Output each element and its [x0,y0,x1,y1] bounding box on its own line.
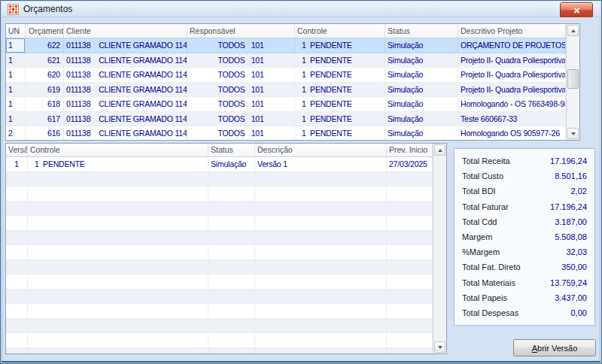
cell-un: 1 [6,68,26,83]
cell-cliente: 011138 CLIENTE GRAMADO 11432 [64,97,187,112]
versoes-scrollbar[interactable] [433,144,446,353]
totais-panel: Total Receita17.196,24 Total Custo8.501,… [454,148,595,326]
versao-empty-row[interactable] [6,216,433,231]
cell-cliente: 011138 CLIENTE GRAMADO 11432 [64,112,187,127]
scrollbar-thumb[interactable] [567,69,579,89]
total-row: Total Papeis3.437,00 [462,293,587,302]
col-header-controle[interactable]: Controle [295,24,385,38]
col-header-responsavel[interactable]: Responsável [187,24,295,38]
col-header-controle[interactable]: Controle [28,144,208,157]
versao-row[interactable]: 1 1 PENDENTE Simulação Versão 1 27/03/20… [6,157,433,172]
total-row: Total Receita17.196,24 [462,156,587,165]
cell-responsavel: TODOS 101 [187,68,295,83]
orcamento-row[interactable]: 1 619 011138 CLIENTE GRAMADO 11432 TODOS… [6,83,566,98]
col-header-status[interactable]: Status [385,24,458,38]
app-icon [8,4,19,15]
cell-status: Simulação [208,157,255,172]
total-value: 17.196,24 [550,156,587,165]
cell-descritivo: Teste 660667-33 [458,112,566,127]
orcamento-row[interactable]: 2 616 011138 CLIENTE GRAMADO 11432 TODOS… [6,126,566,140]
versao-empty-row[interactable] [6,290,433,305]
col-header-versao[interactable]: Versão [6,144,28,157]
cell-versao: 1 [6,157,28,172]
orcamentos-grid: UN Orçamento Cliente Responsável Control… [5,23,580,141]
col-header-cliente[interactable]: Cliente [64,24,187,38]
chevron-down-icon [571,132,576,135]
orcamentos-window: Orçamentos UN Orçamento Cliente Responsá… [0,0,602,364]
versao-empty-row[interactable] [6,172,433,187]
cell-status: Simulação [385,126,458,140]
total-label: Total Despesas [462,308,518,317]
cell-orcamento: 616 [26,126,64,140]
orcamento-row[interactable]: 1 621 011138 CLIENTE GRAMADO 11432 TODOS… [6,53,566,68]
cell-controle: 1 PENDENTE [295,68,385,83]
cell-cliente: 011138 CLIENTE GRAMADO 11432 [64,126,187,140]
cell-controle: 1 PENDENTE [295,53,385,68]
total-row: Margem5.508,08 [462,232,587,241]
col-header-un[interactable]: UN [6,24,26,38]
cell-cliente: 011138 CLIENTE GRAMADO 11432 [64,53,187,68]
cell-descritivo: Homologando - OS 7663498-98 [458,97,566,112]
versao-empty-row[interactable] [6,231,433,246]
cell-orcamento: 617 [26,112,64,127]
scroll-down-button[interactable] [434,341,445,353]
orcamento-row[interactable]: 1 618 011138 CLIENTE GRAMADO 11432 TODOS… [6,97,566,112]
versoes-header-row: Versão Controle Status Descrição Prev. I… [6,144,433,157]
abrir-versao-button[interactable]: Abrir Versão [513,339,596,356]
col-header-orcamento[interactable]: Orçamento [26,24,64,38]
versao-empty-row[interactable] [6,260,433,275]
cell-descritivo: ORÇAMENTO DE PROJETOS- ROTEIRO [458,38,566,53]
versao-empty-row[interactable] [6,202,433,217]
versao-empty-row[interactable] [6,348,433,354]
orcamento-row[interactable]: 1 622 011138 CLIENTE GRAMADO 11432 TODOS… [6,38,566,53]
total-label: Total Receita [462,156,510,165]
cell-descritivo: Projeto II- Quadra Poliesportiva [458,83,566,98]
cell-status: Simulação [385,68,458,83]
chevron-up-icon [571,29,576,32]
orcamentos-header-row: UN Orçamento Cliente Responsável Control… [6,24,566,38]
cell-controle: 1 PENDENTE [295,83,385,98]
cell-un: 1 [6,53,26,68]
total-row: Total Materiais13.759,24 [462,278,587,287]
scroll-up-button[interactable] [434,144,445,156]
close-button[interactable] [560,2,593,18]
total-value: 3.187,00 [555,217,587,226]
versao-empty-row[interactable] [6,187,433,202]
versao-empty-row[interactable] [6,275,433,290]
col-header-descricao[interactable]: Descrição [255,144,387,157]
orcamento-row[interactable]: 1 617 011138 CLIENTE GRAMADO 11432 TODOS… [6,112,566,127]
orcamentos-scrollbar[interactable] [566,24,579,140]
cell-cliente: 011138 CLIENTE GRAMADO 11432 [64,38,187,53]
col-header-prev-inicio[interactable]: Prev. Inicio [387,144,433,157]
cell-status: Simulação [385,97,458,112]
cell-status: Simulação [385,112,458,127]
versao-empty-row[interactable] [6,304,433,319]
cell-controle: 1 PENDENTE [295,97,385,112]
versao-empty-row[interactable] [6,333,433,348]
button-accel: A [532,344,537,353]
versao-empty-row[interactable] [6,245,433,260]
total-value: 2,02 [571,187,587,196]
cell-un: 1 [6,112,26,127]
col-header-status[interactable]: Status [208,144,255,157]
cell-responsavel: TODOS 101 [187,97,295,112]
orcamento-row[interactable]: 1 620 011138 CLIENTE GRAMADO 11432 TODOS… [6,68,566,83]
total-row: Total Despesas0,00 [462,308,587,317]
total-label: Total BDI [462,187,496,196]
total-label: Total Cdd [462,217,497,226]
close-icon [573,8,580,14]
total-label: Total Custo [462,171,503,180]
scroll-down-button[interactable] [567,128,579,139]
cell-orcamento: 621 [26,53,64,68]
col-header-descritivo[interactable]: Descritivo Projeto [458,24,566,38]
scroll-up-button[interactable] [567,25,579,36]
cell-cliente: 011138 CLIENTE GRAMADO 11432 [64,83,187,98]
cell-cliente: 011138 CLIENTE GRAMADO 11432 [64,68,187,83]
versao-empty-row[interactable] [6,319,433,334]
total-row: Total BDI2,02 [462,187,587,196]
chevron-down-icon [438,346,442,349]
cell-controle: 1 PENDENTE [28,157,208,172]
total-row: %Margem32,03 [462,247,587,256]
button-label: brir Versão [537,344,577,353]
title-bar[interactable]: Orçamentos [2,2,600,17]
